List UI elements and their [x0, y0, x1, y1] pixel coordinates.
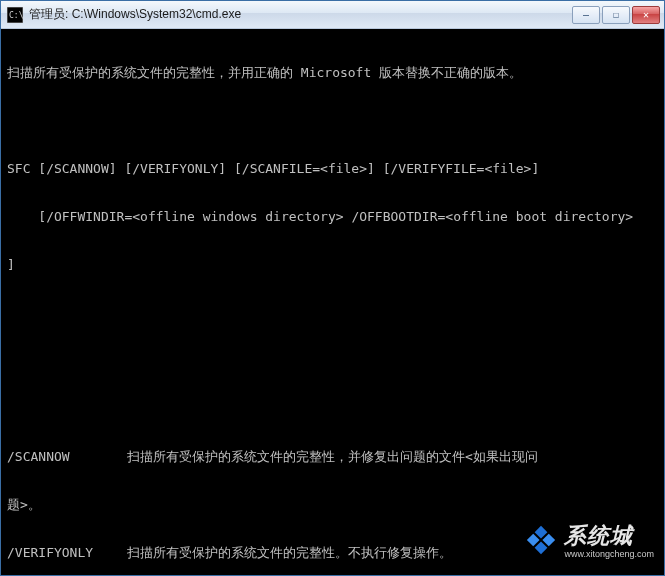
maximize-button[interactable]: ☐	[602, 6, 630, 24]
minimize-button[interactable]: —	[572, 6, 600, 24]
titlebar[interactable]: C:\ 管理员: C:\Windows\System32\cmd.exe — ☐…	[1, 1, 664, 29]
option-name: /VERIFYONLY	[7, 545, 127, 561]
window-title: 管理员: C:\Windows\System32\cmd.exe	[29, 6, 570, 23]
option-row: /VERIFYONLY扫描所有受保护的系统文件的完整性。不执行修复操作。	[7, 545, 658, 561]
svg-text:C:\: C:\	[9, 11, 23, 20]
option-name: /SCANNOW	[7, 449, 127, 465]
option-desc	[127, 497, 658, 513]
option-desc: 扫描所有受保护的系统文件的完整性。不执行修复操作。	[127, 545, 658, 561]
blank-line	[7, 305, 658, 321]
terminal-output[interactable]: 扫描所有受保护的系统文件的完整性，并用正确的 Microsoft 版本替换不正确…	[1, 29, 664, 576]
blank-line	[7, 353, 658, 369]
usage-line: SFC [/SCANNOW] [/VERIFYONLY] [/SCANFILE=…	[7, 161, 658, 177]
option-desc: 扫描所有受保护的系统文件的完整性，并修复出问题的文件<如果出现问	[127, 449, 658, 465]
window-controls: — ☐ ✕	[570, 6, 660, 24]
option-row: /SCANNOW扫描所有受保护的系统文件的完整性，并修复出问题的文件<如果出现问	[7, 449, 658, 465]
close-button[interactable]: ✕	[632, 6, 660, 24]
option-row: 题>。	[7, 497, 658, 513]
cmd-icon: C:\	[7, 7, 23, 23]
usage-line: ]	[7, 257, 658, 273]
cmd-window: C:\ 管理员: C:\Windows\System32\cmd.exe — ☐…	[0, 0, 665, 576]
options-block: /SCANNOW扫描所有受保护的系统文件的完整性，并修复出问题的文件<如果出现问…	[7, 417, 658, 576]
help-description: 扫描所有受保护的系统文件的完整性，并用正确的 Microsoft 版本替换不正确…	[7, 65, 658, 81]
option-name: 题>。	[7, 497, 127, 513]
blank-line	[7, 113, 658, 129]
usage-line: [/OFFWINDIR=<offline windows directory> …	[7, 209, 658, 225]
